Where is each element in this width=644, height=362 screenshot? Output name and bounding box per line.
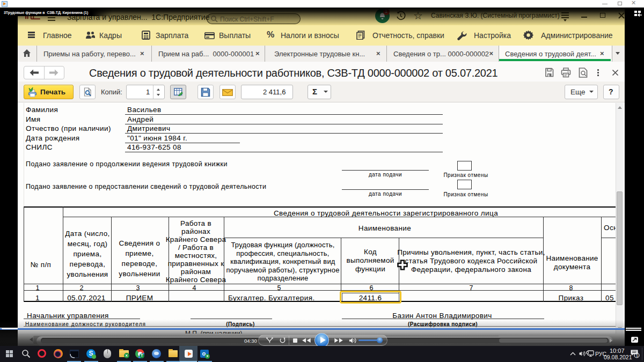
svg-text:1: 1 bbox=[636, 353, 639, 358]
